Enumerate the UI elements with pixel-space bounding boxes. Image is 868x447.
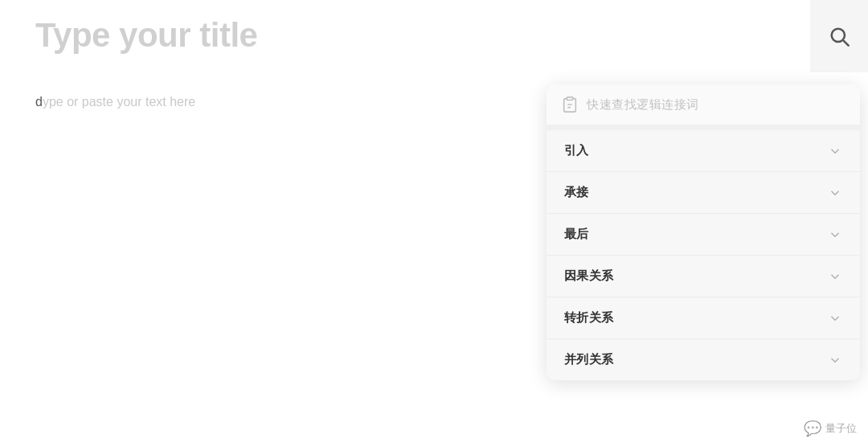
clipboard-icon [561,96,579,113]
chevron-down-icon [828,353,842,367]
chevron-down-icon [828,144,842,158]
category-item-contrast[interactable]: 转折关系 [547,297,860,339]
watermark-icon: 💬 [804,420,821,437]
category-label-transition: 承接 [564,185,589,200]
cursor: d [35,95,43,109]
chevron-down-icon [828,228,842,242]
chevron-down-icon [828,269,842,284]
panel-search-bar[interactable]: 快速查找逻辑连接词 [547,84,860,125]
category-list: 引入承接最后因果关系转折关系并列关系 [547,125,860,380]
dropdown-panel: 快速查找逻辑连接词 引入承接最后因果关系转折关系并列关系 [547,84,860,380]
svg-line-1 [844,41,849,46]
watermark: 💬 量子位 [804,420,857,437]
category-item-intro[interactable]: 引入 [547,130,860,172]
body-placeholder: ype or paste your text here [43,95,195,109]
category-item-transition[interactable]: 承接 [547,172,860,214]
category-label-parallel: 并列关系 [564,352,613,367]
title-placeholder: Type your title [35,16,257,55]
watermark-text: 量子位 [825,421,857,436]
body-input-area[interactable]: dype or paste your text here [35,95,195,109]
category-label-contrast: 转折关系 [564,310,613,326]
panel-search-placeholder: 快速查找逻辑连接词 [587,97,699,113]
category-item-conclusion[interactable]: 最后 [547,214,860,256]
category-item-causality[interactable]: 因果关系 [547,256,860,297]
search-icon [828,25,850,47]
svg-point-0 [832,29,845,42]
main-area: Type your title dype or paste your text … [0,0,868,447]
category-label-conclusion: 最后 [564,227,589,242]
chevron-down-icon [828,311,842,326]
category-label-causality: 因果关系 [564,269,613,284]
search-button[interactable] [810,0,868,72]
category-item-parallel[interactable]: 并列关系 [547,339,860,380]
category-label-intro: 引入 [564,143,589,158]
svg-rect-2 [567,97,572,100]
chevron-down-icon [828,186,842,200]
